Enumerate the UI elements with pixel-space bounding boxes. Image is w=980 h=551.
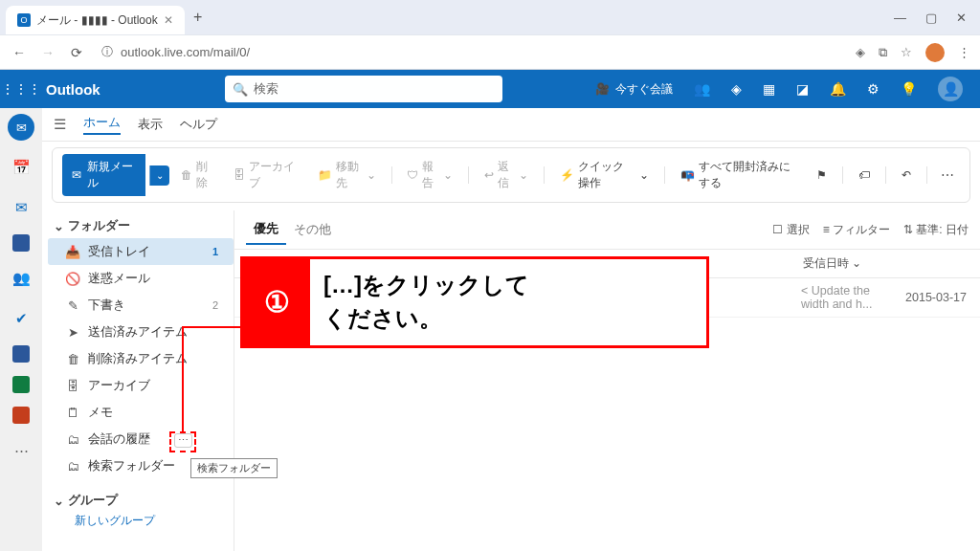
minimize-icon[interactable]: — [894,11,906,25]
tooltip: 検索フォルダー [190,458,278,478]
annotation-target [169,431,196,452]
folder-item[interactable]: 🗒メモ [48,399,234,426]
account-icon[interactable]: 👤 [938,77,963,101]
folder-label: 送信済みアイテム [88,323,188,341]
report-button[interactable]: 🛡報告⌄ [399,156,460,194]
rail-calendar-icon[interactable]: 📅 [8,154,34,181]
new-group-link[interactable]: 新しいグループ [48,513,234,529]
chat-icon[interactable]: ◪ [796,81,809,97]
browser-tab[interactable]: O メール - ▮▮▮▮ - Outlook ✕ [6,6,185,34]
site-info-icon[interactable]: ⓘ [101,44,113,60]
filter-icon: ≡ [823,223,830,236]
extension-icon[interactable]: ⧉ [879,45,887,60]
premium-icon[interactable]: ◈ [731,81,742,97]
folder-icon: ➤ [65,325,80,340]
annotation-number: ① [243,259,310,345]
tab-focused[interactable]: 優先 [246,214,286,245]
folders-header[interactable]: ⌄ フォルダー [48,214,234,238]
folder-item[interactable]: 🚫迷惑メール [48,265,234,292]
folder-item[interactable]: ➤送信済みアイテム [48,319,234,345]
rail-teams-icon[interactable]: 👥 [8,265,34,292]
meet-now-button[interactable]: 🎥 今すぐ会議 [595,81,673,98]
brand: Outlook [46,81,100,98]
close-tab-icon[interactable]: ✕ [164,13,173,27]
notifications-icon[interactable]: 🔔 [830,81,846,97]
rail-word-icon[interactable] [12,234,30,252]
rail-excel-icon[interactable] [12,376,30,393]
rail-more-icon[interactable]: ⋯ [8,437,34,464]
folder-label: アーカイブ [88,377,150,394]
reply-button[interactable]: ↩返信⌄ [477,156,536,194]
maximize-icon[interactable]: ▢ [925,11,937,25]
folder-item[interactable]: 🗂会話の履歴 [48,426,234,452]
profile-avatar-icon[interactable] [925,43,945,62]
app-launcher-icon[interactable]: ⋮⋮⋮ [0,81,42,97]
folder-label: 削除済みアイテム [88,350,188,367]
folder-icon: 🗄 [65,379,80,393]
tag-button[interactable]: 🏷 [851,165,878,185]
calendar-peek-icon[interactable]: ▦ [763,81,775,97]
folder-count: 1 [212,246,218,257]
new-tab-button[interactable]: + [185,9,212,26]
bookmark-icon[interactable]: ☆ [901,45,912,59]
message-tabs: 優先 その他 ☐ 選択 ≡ フィルター ⇅ 基準: 日付 [234,210,980,250]
folder-item[interactable]: 🗄アーカイブ [48,372,234,399]
rail-word2-icon[interactable] [12,345,30,363]
mail-icon: ✉ [72,168,81,182]
forward-icon[interactable]: → [38,45,57,60]
toolbar-more-icon[interactable]: ⋯ [935,167,960,183]
mark-all-read-button[interactable]: 📭すべて開封済みにする [673,156,806,194]
browser-menu-icon[interactable]: ⋮ [958,45,970,59]
tab-view[interactable]: 表示 [138,116,163,133]
groups-header[interactable]: ⌄ グループ [48,489,234,513]
window-controls: — ▢ ✕ [894,11,980,25]
tab-other[interactable]: その他 [286,215,339,244]
flag-button[interactable]: ⚑ [809,165,835,185]
quick-steps-button[interactable]: ⚡クイック操作 ⌄ [552,156,657,194]
reload-icon[interactable]: ⟳ [67,45,86,60]
sort-button[interactable]: ⇅ 基準: 日付 [903,222,969,238]
select-toggle[interactable]: ☐ 選択 [772,222,809,238]
tips-icon[interactable]: 💡 [901,81,917,97]
outlook-header: ⋮⋮⋮ Outlook 🔍 検索 🎥 今すぐ会議 👥 ◈ ▦ ◪ 🔔 ⚙ 💡 👤 [0,70,980,108]
new-mail-button[interactable]: ✉ 新規メール [62,154,145,196]
delete-button[interactable]: 🗑削除 [173,156,222,194]
annotation-arrow [182,326,184,441]
folder-icon: 🗂 [65,432,80,447]
extension-icon[interactable]: ◈ [856,45,865,59]
lightning-icon: ⚡ [560,168,574,182]
col-date[interactable]: 受信日時 ⌄ [803,255,967,272]
new-mail-dropdown[interactable]: ⌄ [149,165,169,186]
rail-people-icon[interactable]: ✉ [8,194,34,221]
folder-item[interactable]: 📥受信トレイ1 [48,238,234,265]
tab-help[interactable]: ヘルプ [180,116,217,133]
back-icon[interactable]: ← [10,45,29,60]
hamburger-icon[interactable]: ☰ [54,116,66,133]
camera-icon: 🎥 [595,82,610,96]
filter-button[interactable]: ≡ フィルター [823,222,890,238]
folder-label: 迷惑メール [88,270,150,287]
undo-button[interactable]: ↶ [894,165,919,185]
envelope-open-icon: 📭 [680,168,695,182]
folder-item[interactable]: 🗑削除済みアイテム [48,345,234,372]
archive-button[interactable]: 🗄アーカイブ [226,156,305,194]
folder-icon: 🗂 [65,459,80,474]
move-button[interactable]: 📁移動先⌄ [310,156,384,194]
settings-icon[interactable]: ⚙ [867,81,880,97]
annotation-callout: ① […]をクリックして ください。 [240,256,709,348]
rail-todo-icon[interactable]: ✔ [8,305,34,332]
search-icon: 🔍 [233,82,248,97]
search-input[interactable]: 🔍 検索 [225,76,502,102]
folder-move-icon: 📁 [318,168,332,182]
left-rail: ✉ 📅 ✉ 👥 ✔ ⋯ [0,108,42,551]
folder-item[interactable]: ✎下書き2 [48,292,234,319]
rail-mail-icon[interactable]: ✉ [8,114,34,141]
teams-icon[interactable]: 👥 [694,81,710,97]
ribbon-tabs: ☰ ホーム 表示 ヘルプ [42,108,980,142]
undo-icon: ↶ [902,168,911,182]
close-window-icon[interactable]: ✕ [956,11,967,25]
address-bar[interactable]: ⓘ outlook.live.com/mail/0/ [96,44,846,60]
tab-home[interactable]: ホーム [83,114,121,135]
rail-powerpoint-icon[interactable] [12,407,30,424]
folder-icon: 🗑 [65,352,80,366]
